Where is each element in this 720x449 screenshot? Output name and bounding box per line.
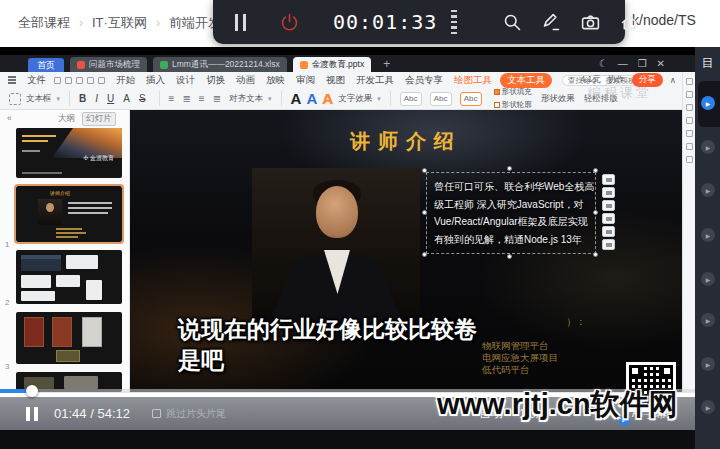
chapter-play-button[interactable]: ▶ — [701, 183, 715, 197]
chapter-play-button-active[interactable]: ▶ — [701, 96, 715, 110]
close-icon[interactable]: ✕ — [657, 58, 665, 69]
text-effect-label[interactable]: 文字效果 — [338, 93, 372, 105]
selection-handle[interactable] — [593, 252, 598, 257]
sidebar-tool-icon[interactable] — [686, 78, 693, 85]
number-list-icon[interactable]: ≣ — [182, 93, 190, 104]
wps-doc-tab-active[interactable]: 金渡教育.pptx — [293, 57, 371, 72]
slide-number: 3 — [5, 362, 9, 371]
power-stop-icon[interactable] — [279, 11, 300, 33]
pencil-icon[interactable] — [541, 11, 562, 33]
pause-button[interactable] — [26, 407, 38, 421]
selection-handle[interactable] — [507, 254, 512, 259]
search-icon[interactable] — [502, 11, 523, 33]
align-text-label[interactable]: 对齐文本 — [229, 93, 263, 105]
checkbox-icon[interactable] — [152, 409, 161, 418]
bio-textbox-selected[interactable]: 曾任可口可乐、联合利华Web全栈高 级工程师 深入研究JavaScript，对 … — [426, 172, 596, 254]
paragraph-buttons[interactable]: ≡ ≣ ≡ ≣ 对齐文本 ▾ — [169, 93, 272, 105]
menu-item[interactable]: 放映 — [266, 74, 285, 87]
line-spacing-icon[interactable]: ≣ — [213, 93, 221, 104]
slide-thumbnail-3[interactable] — [16, 250, 122, 304]
skip-checkbox[interactable]: 跳过片头片尾 — [152, 407, 226, 421]
breadcrumb-it-internet[interactable]: IT·互联网 — [92, 14, 147, 32]
watermark-url: www.rjtj.cn — [437, 388, 591, 420]
style-preset[interactable]: Abc — [430, 92, 452, 106]
wordart-outline[interactable]: A — [322, 90, 333, 107]
wps-doc-tab[interactable]: 问题市场梳理 — [70, 57, 147, 72]
drag-handle[interactable] — [451, 10, 457, 35]
wps-home-tab[interactable]: 首页 — [28, 58, 64, 72]
selection-handle[interactable] — [422, 210, 427, 215]
indent-icon[interactable]: ≡ — [199, 93, 205, 104]
sidebar-tool-icon[interactable] — [686, 156, 693, 163]
restore-icon[interactable]: ❐ — [638, 58, 647, 69]
slide-thumbnail-2-selected[interactable]: 讲师介绍 — [16, 186, 122, 242]
shape-effect[interactable]: 形状效果 — [541, 93, 575, 105]
collapse-ribbon-icon[interactable]: ∧ — [670, 75, 676, 85]
font-buttons[interactable]: B I U A S — [79, 93, 150, 104]
menu-item[interactable]: 会员专享 — [405, 74, 443, 87]
tab-outline[interactable]: 大纲 — [58, 113, 75, 125]
style-preset[interactable]: Abc — [460, 92, 482, 106]
underline-button[interactable]: U — [107, 93, 114, 104]
recorder-pause-button[interactable] — [235, 14, 246, 31]
hamburger-icon[interactable] — [8, 76, 16, 84]
wordart-plain[interactable]: A — [291, 90, 302, 107]
chapter-play-button[interactable]: ▶ — [701, 272, 715, 286]
collapse-panel-icon[interactable]: « — [7, 113, 12, 123]
sidebar-tool-icon[interactable] — [686, 104, 693, 111]
new-tab-button[interactable]: + — [383, 57, 390, 71]
sidebar-tool-icon[interactable] — [686, 130, 693, 137]
selection-handle[interactable] — [593, 168, 598, 173]
menu-text-tools-active[interactable]: 文本工具 — [500, 73, 552, 88]
font-color-button[interactable]: A — [123, 93, 130, 104]
sidebar-tool-icon[interactable] — [686, 143, 693, 150]
italic-button[interactable]: I — [95, 93, 98, 104]
course-title-fragment: k/node/TS — [632, 12, 696, 28]
menu-item[interactable]: 设计 — [176, 74, 195, 87]
slide-thumbnail-1[interactable]: ✣ 金渡教育 — [16, 128, 122, 178]
selection-handle[interactable] — [422, 168, 427, 173]
camera-icon[interactable] — [580, 11, 601, 33]
wordart-presets[interactable]: A A A 文字效果 ▾ — [291, 90, 381, 107]
shape-fill-outline[interactable]: 形状填充 形状轮廓 — [494, 88, 532, 109]
menu-draw-tools[interactable]: 绘图工具 — [454, 74, 492, 87]
bullet-list-icon[interactable]: ≡ — [169, 93, 175, 104]
minimize-icon[interactable]: — — [618, 58, 628, 69]
menu-item[interactable]: 开始 — [116, 74, 135, 87]
bold-button[interactable]: B — [79, 93, 86, 104]
wps-doc-tab[interactable]: Lmm通讯——20221214.xlsx — [153, 57, 287, 72]
chapter-play-button[interactable]: ▶ — [701, 400, 715, 414]
floating-mini-toolbar[interactable] — [602, 174, 615, 250]
sidebar-tool-icon[interactable] — [686, 91, 693, 98]
menu-item[interactable]: 视图 — [326, 74, 345, 87]
selection-handle[interactable] — [422, 252, 427, 257]
file-operation-icons[interactable] — [54, 77, 105, 84]
project-item: 电网应急大屏项目 — [482, 352, 612, 364]
chapter-play-button[interactable]: ▶ — [701, 313, 715, 327]
wordart-blue[interactable]: A — [306, 90, 317, 107]
breadcrumb-all-courses[interactable]: 全部课程 — [18, 14, 70, 32]
chapter-play-button[interactable]: ▶ — [701, 140, 715, 154]
chapter-play-button[interactable]: ▶ — [701, 357, 715, 371]
menu-item[interactable]: 开发工具 — [356, 74, 394, 87]
tab-slides-active[interactable]: 幻灯片 — [82, 112, 116, 126]
menu-item[interactable]: 审阅 — [296, 74, 315, 87]
textbox-tool[interactable]: 文本框 ▾ — [9, 93, 60, 105]
shape-style-presets[interactable]: Abc Abc Abc — [400, 92, 485, 106]
night-mode-icon[interactable]: ☾ — [599, 58, 608, 69]
shape-fill-label[interactable]: 形状填充 — [502, 87, 532, 96]
progress-scrubber[interactable] — [26, 385, 38, 397]
selection-handle[interactable] — [593, 210, 598, 215]
slide-thumbnail-4[interactable] — [16, 312, 122, 364]
chapter-play-button[interactable]: ▶ — [701, 228, 715, 242]
home-icon[interactable] — [619, 11, 640, 33]
menu-item[interactable]: 切换 — [206, 74, 225, 87]
menu-item[interactable]: 动画 — [236, 74, 255, 87]
selection-handle[interactable] — [507, 166, 512, 171]
strikethrough-button[interactable]: S — [139, 93, 146, 104]
sidebar-tool-icon[interactable] — [686, 117, 693, 124]
menu-file[interactable]: 文件 — [27, 74, 46, 87]
menu-item[interactable]: 插入 — [146, 74, 165, 87]
shape-outline-label[interactable]: 形状轮廓 — [502, 100, 532, 109]
style-preset[interactable]: Abc — [400, 92, 422, 106]
